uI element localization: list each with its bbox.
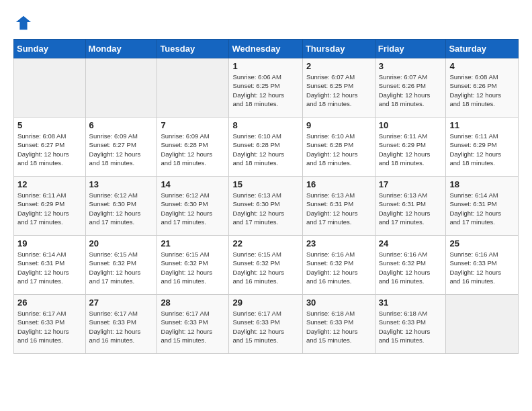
- day-header-saturday: Saturday: [446, 40, 519, 58]
- calendar-cell: 26Sunrise: 6:17 AM Sunset: 6:33 PM Dayli…: [14, 295, 86, 354]
- day-number: 13: [89, 179, 154, 189]
- day-number: 15: [232, 179, 298, 189]
- day-number: 10: [379, 120, 443, 130]
- day-number: 24: [379, 238, 443, 248]
- day-info: Sunrise: 6:18 AM Sunset: 6:33 PM Dayligh…: [306, 309, 371, 345]
- calendar-body: 1Sunrise: 6:06 AM Sunset: 6:25 PM Daylig…: [14, 58, 519, 354]
- logo: [13, 13, 35, 32]
- calendar-cell: 16Sunrise: 6:13 AM Sunset: 6:31 PM Dayli…: [302, 177, 375, 236]
- calendar-cell: 6Sunrise: 6:09 AM Sunset: 6:27 PM Daylig…: [85, 118, 157, 177]
- svg-marker-0: [16, 16, 31, 30]
- calendar-cell: 11Sunrise: 6:11 AM Sunset: 6:29 PM Dayli…: [446, 118, 519, 177]
- calendar-cell: 28Sunrise: 6:17 AM Sunset: 6:33 PM Dayli…: [157, 295, 229, 354]
- calendar-cell: 31Sunrise: 6:18 AM Sunset: 6:33 PM Dayli…: [375, 295, 446, 354]
- calendar-cell: 18Sunrise: 6:14 AM Sunset: 6:31 PM Dayli…: [446, 177, 519, 236]
- calendar-cell: 7Sunrise: 6:09 AM Sunset: 6:28 PM Daylig…: [157, 118, 229, 177]
- day-info: Sunrise: 6:11 AM Sunset: 6:29 PM Dayligh…: [379, 132, 443, 167]
- calendar-cell: 13Sunrise: 6:12 AM Sunset: 6:30 PM Dayli…: [85, 177, 157, 236]
- calendar-cell: 21Sunrise: 6:15 AM Sunset: 6:32 PM Dayli…: [157, 236, 229, 295]
- calendar-cell: 9Sunrise: 6:10 AM Sunset: 6:28 PM Daylig…: [302, 118, 375, 177]
- day-number: 8: [232, 120, 298, 130]
- day-number: 23: [306, 238, 371, 248]
- day-number: 3: [379, 61, 443, 71]
- day-number: 31: [379, 298, 443, 308]
- day-header-sunday: Sunday: [14, 40, 86, 58]
- calendar-cell: 30Sunrise: 6:18 AM Sunset: 6:33 PM Dayli…: [302, 295, 375, 354]
- day-number: 14: [161, 179, 225, 189]
- day-info: Sunrise: 6:17 AM Sunset: 6:33 PM Dayligh…: [161, 309, 225, 345]
- day-number: 7: [161, 120, 225, 130]
- day-info: Sunrise: 6:14 AM Sunset: 6:31 PM Dayligh…: [449, 191, 515, 226]
- day-number: 17: [379, 179, 443, 189]
- day-info: Sunrise: 6:13 AM Sunset: 6:30 PM Dayligh…: [232, 191, 298, 226]
- day-header-friday: Friday: [375, 40, 446, 58]
- day-number: 19: [17, 238, 82, 248]
- calendar-cell: [446, 295, 519, 354]
- day-number: 5: [17, 120, 82, 130]
- day-info: Sunrise: 6:13 AM Sunset: 6:31 PM Dayligh…: [379, 191, 443, 226]
- page-header: [13, 13, 519, 32]
- day-info: Sunrise: 6:16 AM Sunset: 6:32 PM Dayligh…: [379, 250, 443, 285]
- calendar-cell: 10Sunrise: 6:11 AM Sunset: 6:29 PM Dayli…: [375, 118, 446, 177]
- day-number: 25: [449, 238, 515, 248]
- calendar-week-row: 5Sunrise: 6:08 AM Sunset: 6:27 PM Daylig…: [14, 118, 519, 177]
- calendar-cell: 27Sunrise: 6:17 AM Sunset: 6:33 PM Dayli…: [85, 295, 157, 354]
- day-header-monday: Monday: [85, 40, 157, 58]
- calendar-cell: 15Sunrise: 6:13 AM Sunset: 6:30 PM Dayli…: [229, 177, 302, 236]
- day-info: Sunrise: 6:15 AM Sunset: 6:32 PM Dayligh…: [89, 250, 154, 285]
- calendar-cell: 24Sunrise: 6:16 AM Sunset: 6:32 PM Dayli…: [375, 236, 446, 295]
- day-info: Sunrise: 6:08 AM Sunset: 6:27 PM Dayligh…: [17, 132, 82, 167]
- day-info: Sunrise: 6:07 AM Sunset: 6:25 PM Dayligh…: [306, 73, 371, 108]
- calendar-cell: [157, 58, 229, 118]
- day-info: Sunrise: 6:10 AM Sunset: 6:28 PM Dayligh…: [232, 132, 298, 167]
- day-number: 2: [306, 61, 371, 71]
- calendar-week-row: 1Sunrise: 6:06 AM Sunset: 6:25 PM Daylig…: [14, 58, 519, 118]
- day-number: 4: [449, 61, 515, 71]
- day-info: Sunrise: 6:13 AM Sunset: 6:31 PM Dayligh…: [306, 191, 371, 226]
- day-info: Sunrise: 6:16 AM Sunset: 6:32 PM Dayligh…: [306, 250, 371, 285]
- day-number: 18: [449, 179, 515, 189]
- calendar-cell: 25Sunrise: 6:16 AM Sunset: 6:33 PM Dayli…: [446, 236, 519, 295]
- day-info: Sunrise: 6:17 AM Sunset: 6:33 PM Dayligh…: [17, 309, 82, 345]
- calendar-cell: 22Sunrise: 6:15 AM Sunset: 6:32 PM Dayli…: [229, 236, 302, 295]
- logo-icon: [13, 13, 32, 32]
- day-info: Sunrise: 6:06 AM Sunset: 6:25 PM Dayligh…: [232, 73, 298, 108]
- day-number: 27: [89, 298, 154, 308]
- day-number: 6: [89, 120, 154, 130]
- day-number: 11: [449, 120, 515, 130]
- calendar-cell: 17Sunrise: 6:13 AM Sunset: 6:31 PM Dayli…: [375, 177, 446, 236]
- day-number: 20: [89, 238, 154, 248]
- calendar-cell: 2Sunrise: 6:07 AM Sunset: 6:25 PM Daylig…: [302, 58, 375, 118]
- day-info: Sunrise: 6:15 AM Sunset: 6:32 PM Dayligh…: [161, 250, 225, 285]
- day-number: 21: [161, 238, 225, 248]
- calendar-cell: 29Sunrise: 6:17 AM Sunset: 6:33 PM Dayli…: [229, 295, 302, 354]
- day-number: 16: [306, 179, 371, 189]
- calendar-cell: [14, 58, 86, 118]
- calendar-cell: 19Sunrise: 6:14 AM Sunset: 6:31 PM Dayli…: [14, 236, 86, 295]
- day-number: 29: [232, 298, 298, 308]
- day-info: Sunrise: 6:11 AM Sunset: 6:29 PM Dayligh…: [449, 132, 515, 167]
- calendar-cell: 8Sunrise: 6:10 AM Sunset: 6:28 PM Daylig…: [229, 118, 302, 177]
- calendar-cell: 5Sunrise: 6:08 AM Sunset: 6:27 PM Daylig…: [14, 118, 86, 177]
- day-info: Sunrise: 6:11 AM Sunset: 6:29 PM Dayligh…: [17, 191, 82, 226]
- calendar-week-row: 12Sunrise: 6:11 AM Sunset: 6:29 PM Dayli…: [14, 177, 519, 236]
- calendar-cell: [85, 58, 157, 118]
- calendar-table: SundayMondayTuesdayWednesdayThursdayFrid…: [13, 39, 519, 354]
- calendar-cell: 4Sunrise: 6:08 AM Sunset: 6:26 PM Daylig…: [446, 58, 519, 118]
- calendar-cell: 3Sunrise: 6:07 AM Sunset: 6:26 PM Daylig…: [375, 58, 446, 118]
- day-info: Sunrise: 6:18 AM Sunset: 6:33 PM Dayligh…: [379, 309, 443, 345]
- day-number: 30: [306, 298, 371, 308]
- day-number: 26: [17, 298, 82, 308]
- day-info: Sunrise: 6:07 AM Sunset: 6:26 PM Dayligh…: [379, 73, 443, 108]
- day-info: Sunrise: 6:15 AM Sunset: 6:32 PM Dayligh…: [232, 250, 298, 285]
- day-info: Sunrise: 6:12 AM Sunset: 6:30 PM Dayligh…: [89, 191, 154, 226]
- day-info: Sunrise: 6:10 AM Sunset: 6:28 PM Dayligh…: [306, 132, 371, 167]
- day-info: Sunrise: 6:09 AM Sunset: 6:27 PM Dayligh…: [89, 132, 154, 167]
- calendar-cell: 12Sunrise: 6:11 AM Sunset: 6:29 PM Dayli…: [14, 177, 86, 236]
- calendar-cell: 1Sunrise: 6:06 AM Sunset: 6:25 PM Daylig…: [229, 58, 302, 118]
- calendar-cell: 23Sunrise: 6:16 AM Sunset: 6:32 PM Dayli…: [302, 236, 375, 295]
- day-number: 1: [232, 61, 298, 71]
- day-info: Sunrise: 6:12 AM Sunset: 6:30 PM Dayligh…: [161, 191, 225, 226]
- day-info: Sunrise: 6:16 AM Sunset: 6:33 PM Dayligh…: [449, 250, 515, 285]
- day-info: Sunrise: 6:08 AM Sunset: 6:26 PM Dayligh…: [449, 73, 515, 108]
